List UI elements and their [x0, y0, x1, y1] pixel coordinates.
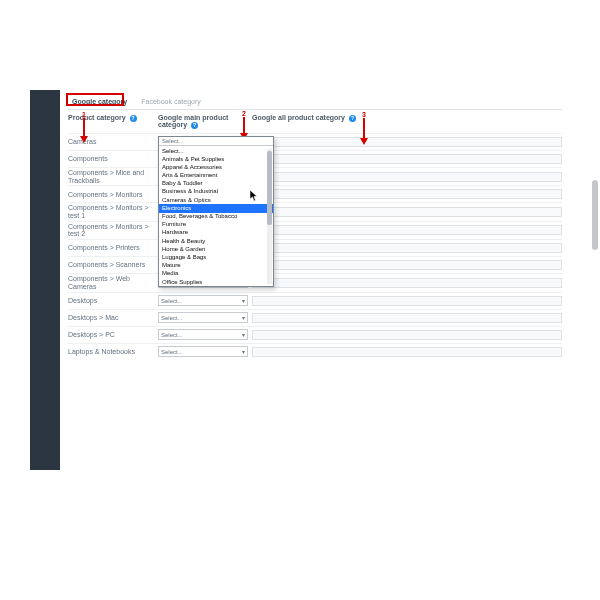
left-sidebar [30, 90, 60, 470]
product-category-label: Desktops > PC [68, 331, 158, 339]
select-placeholder: Select... [161, 349, 183, 355]
header-google-all-text: Google all product category [252, 114, 345, 121]
chevron-down-icon: ▾ [242, 297, 245, 304]
google-all-category-input[interactable] [252, 172, 562, 182]
header-product-category: Product category ? [68, 114, 158, 129]
table-row: Components > PrintersSelect...▾ [68, 239, 562, 256]
dropdown-option[interactable]: Food, Beverages & Tobacco [159, 213, 273, 221]
google-all-category-input[interactable] [252, 207, 562, 217]
google-main-category-select[interactable]: Select...▾ [158, 329, 248, 340]
header-google-all: Google all product category ? [252, 114, 562, 129]
google-all-category-input[interactable] [252, 137, 562, 147]
table-row: Desktops > PCSelect...▾ [68, 326, 562, 343]
chevron-down-icon: ▾ [242, 314, 245, 321]
dropdown-option[interactable]: Furniture [159, 221, 273, 229]
table-row: Components > MonitorsSelect...▾ [68, 185, 562, 202]
chevron-down-icon: ▾ [242, 331, 245, 338]
product-category-label: Components > Scanners [68, 261, 158, 269]
header-google-main-l1: Google main product [158, 114, 228, 121]
help-icon[interactable]: ? [130, 115, 137, 122]
product-category-label: Components > Mice and Trackballs [68, 169, 158, 184]
dropdown-option[interactable]: Business & Industrial [159, 188, 273, 196]
dropdown-option[interactable]: Arts & Entertainment [159, 172, 273, 180]
google-main-category-select[interactable]: Select...▾ [158, 346, 248, 357]
google-all-category-input[interactable] [252, 278, 562, 288]
product-category-label: Components > Printers [68, 244, 158, 252]
dropdown-scrollbar[interactable] [267, 149, 272, 284]
google-all-category-input[interactable] [252, 154, 562, 164]
select-wrapper: Select...▾ [158, 329, 248, 340]
google-all-category-input[interactable] [252, 296, 562, 306]
product-category-label: Components > Monitors > test 2 [68, 223, 158, 238]
help-icon[interactable]: ? [349, 115, 356, 122]
dropdown-option[interactable]: Animals & Pet Supplies [159, 155, 273, 163]
table-row: Components > ScannersSelect...▾ [68, 256, 562, 273]
table-row: DesktopsSelect...▾ [68, 292, 562, 309]
column-headers: Product category ? Google main product c… [68, 114, 562, 129]
select-placeholder: Select... [161, 315, 183, 321]
google-main-category-select[interactable]: Select...▾ [158, 295, 248, 306]
table-row: Laptops & NotebooksSelect...▾ [68, 343, 562, 360]
main-panel: Google category Facebook category Produc… [60, 90, 570, 470]
product-category-label: Desktops > Mac [68, 314, 158, 322]
dropdown-option[interactable]: Media [159, 270, 273, 278]
dropdown-option[interactable]: Apparel & Accessories [159, 163, 273, 171]
product-category-label: Components > Monitors [68, 191, 158, 199]
google-all-category-input[interactable] [252, 225, 562, 235]
help-icon[interactable]: ? [191, 122, 198, 129]
product-category-label: Desktops [68, 297, 158, 305]
app-frame: Google category Facebook category Produc… [30, 90, 570, 470]
table-row: CamerasSelect...▾ [68, 133, 562, 150]
product-category-label: Components > Monitors > test 1 [68, 204, 158, 219]
dropdown-option[interactable]: Select... [159, 147, 273, 155]
google-all-category-input[interactable] [252, 260, 562, 270]
google-main-category-select[interactable]: Select...▾ [158, 312, 248, 323]
google-all-category-input[interactable] [252, 313, 562, 323]
select-wrapper: Select...▾ [158, 312, 248, 323]
category-tabs: Google category Facebook category [68, 96, 562, 110]
dropdown-option[interactable]: Hardware [159, 229, 273, 237]
product-category-label: Laptops & Notebooks [68, 348, 158, 356]
select-wrapper: Select...▾ [158, 295, 248, 306]
header-google-main-l2: category [158, 121, 187, 128]
dropdown-option[interactable]: Cameras & Optics [159, 196, 273, 204]
dropdown-option[interactable]: Mature [159, 262, 273, 270]
dropdown-option[interactable]: Luggage & Bags [159, 253, 273, 261]
select-wrapper: Select...▾ [158, 346, 248, 357]
scrollbar-thumb[interactable] [267, 151, 272, 225]
table-row: Desktops > MacSelect...▾ [68, 309, 562, 326]
header-google-main: Google main product category ? [158, 114, 248, 129]
table-row: Components > Mice and TrackballsSelect..… [68, 167, 562, 185]
dropdown-options-list: Select...Animals & Pet SuppliesApparel &… [159, 146, 273, 286]
dropdown-option[interactable]: Health & Beauty [159, 237, 273, 245]
table-row: Components > Monitors > test 2Select...▾ [68, 221, 562, 239]
select-placeholder: Select... [161, 332, 183, 338]
dropdown-option[interactable]: Home & Garden [159, 245, 273, 253]
select-placeholder: Select... [161, 298, 183, 304]
tab-google-category[interactable]: Google category [68, 96, 131, 107]
dropdown-selected-value: Select... [159, 137, 273, 146]
table-row: ComponentsSelect...▾ [68, 150, 562, 167]
chevron-down-icon: ▾ [242, 348, 245, 355]
google-all-category-input[interactable] [252, 347, 562, 357]
header-product-category-text: Product category [68, 114, 126, 121]
dropdown-option[interactable]: Baby & Toddler [159, 180, 273, 188]
product-category-label: Components [68, 155, 158, 163]
tab-facebook-category[interactable]: Facebook category [137, 96, 205, 107]
google-all-category-input[interactable] [252, 243, 562, 253]
category-rows: CamerasSelect...▾ComponentsSelect...▾Com… [68, 133, 562, 360]
table-row: Components > Web CamerasSelect...▾ [68, 273, 562, 291]
product-category-label: Components > Web Cameras [68, 275, 158, 290]
dropdown-option[interactable]: Electronics [159, 204, 273, 212]
page-scrollbar-thumb[interactable] [592, 180, 598, 250]
dropdown-option[interactable]: Office Supplies [159, 278, 273, 286]
google-main-category-dropdown[interactable]: Select... Select...Animals & Pet Supplie… [158, 136, 274, 287]
table-row: Components > Monitors > test 1Select...▾ [68, 202, 562, 220]
product-category-label: Cameras [68, 138, 158, 146]
google-all-category-input[interactable] [252, 330, 562, 340]
google-all-category-input[interactable] [252, 189, 562, 199]
